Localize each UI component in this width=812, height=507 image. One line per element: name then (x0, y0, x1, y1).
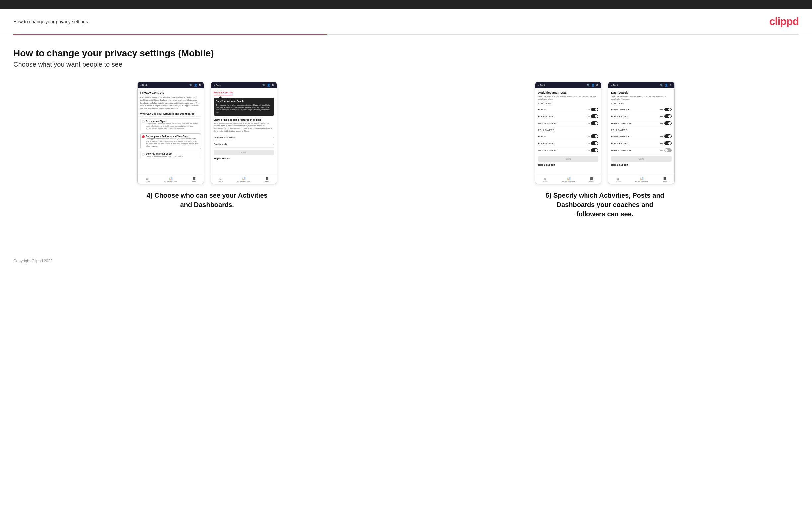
nav-menu-4[interactable]: ☰ Menu (663, 176, 667, 182)
settings-icon-2[interactable]: ⚙ (272, 83, 274, 87)
caption-5: 5) Specify which Activities, Posts and D… (542, 191, 668, 219)
tooltip-title: Only You and Your Coach (215, 100, 272, 103)
toggle-on-label-3: ON (587, 122, 591, 125)
nav-home-4[interactable]: ⌂ Home (616, 176, 621, 182)
screenshots-grid: < Back 🔍 👤 ⚙ Privacy Controls Control ho… (13, 81, 799, 219)
search-icon-3[interactable]: 🔍 (587, 83, 590, 87)
nav-performance-2[interactable]: 📊 My Performance (237, 176, 250, 182)
section-heading-1: Who Can See Your Activities and Dashboar… (141, 112, 201, 117)
toggle-switch-player-dash-coach[interactable] (664, 108, 671, 111)
people-icon-1[interactable]: 👤 (194, 83, 197, 87)
group-4: < Back 🔍 👤 ⚙ Privacy Controls Control ho… (13, 81, 401, 209)
toggle-right-what-to-work-coach: ON (660, 121, 672, 125)
people-icon-4[interactable]: 👤 (665, 83, 668, 87)
nav-performance-3[interactable]: 📊 My Performance (562, 176, 575, 182)
header: How to change your privacy settings clip… (0, 9, 812, 34)
radio-text-approved: Only Approved Followers and Your Coach O… (146, 135, 199, 147)
phone-content-3: Activities and Posts Select the types of… (536, 88, 601, 174)
menu-item-activities[interactable]: Activities and Posts › (213, 134, 274, 141)
main-content: How to change your privacy settings (Mob… (0, 35, 812, 252)
nav-home-1[interactable]: ⌂ Home (145, 176, 150, 182)
activities-title: Activities and Posts (538, 91, 599, 94)
toggle-switch-manual-followers[interactable] (591, 148, 599, 152)
toggle-right-practice-coach: ON (587, 114, 599, 118)
radio-option-coach-only[interactable]: Only You and Your Coach Only you and the… (141, 151, 201, 159)
menu-icon-1: ☰ (193, 176, 196, 180)
back-button-3[interactable]: < Back (538, 84, 545, 86)
radio-circle-coach-only (142, 153, 145, 156)
copyright: Copyright Clippd 2022 (13, 259, 53, 264)
toggle-right-manual-followers: ON (587, 148, 599, 152)
toggle-switch-round-insights-followers[interactable] (664, 142, 671, 145)
phone-nav-2: < Back 🔍 👤 ⚙ (211, 82, 276, 88)
settings-icon-3[interactable]: ⚙ (596, 83, 599, 87)
home-icon-2: ⌂ (219, 176, 221, 180)
settings-icon-1[interactable]: ⚙ (199, 83, 201, 87)
toggle-switch-rounds-coach[interactable] (591, 108, 599, 111)
radio-option-everyone[interactable]: Everyone on Clippd Everyone on Clippd ca… (141, 118, 201, 131)
toggle-switch-rounds-followers[interactable] (591, 134, 599, 138)
help-section-2: Help & Support (213, 157, 274, 160)
save-button-2[interactable]: Save (213, 150, 274, 155)
toggle-switch-manual-coach[interactable] (591, 121, 599, 125)
toggle-switch-player-dash-followers[interactable] (664, 134, 671, 138)
toggle-what-to-work-followers[interactable]: What To Work On ON (611, 147, 671, 154)
toggle-practice-followers[interactable]: Practice Drills ON (538, 140, 599, 147)
save-button-3[interactable]: Save (538, 156, 599, 162)
player-dash-followers-label: Player Dashboard (611, 135, 631, 138)
toggle-on-label-11: ON (660, 143, 664, 145)
radio-circle-approved (142, 135, 145, 138)
toggle-right-rounds-followers: ON (587, 134, 599, 138)
manual-coach-label: Manual Activities (538, 122, 557, 125)
toggle-what-to-work-coach[interactable]: What To Work On ON (611, 120, 671, 127)
radio-desc-approved: Only approved followers and coaches you … (146, 138, 199, 147)
nav-menu-1[interactable]: ☰ Menu (192, 176, 196, 182)
radio-option-approved[interactable]: Only Approved Followers and Your Coach O… (141, 133, 201, 149)
toggle-player-dash-coach[interactable]: Player Dashboard ON (611, 106, 671, 113)
toggle-switch-what-to-work-coach[interactable] (664, 121, 671, 125)
nav-home-2[interactable]: ⌂ Home (218, 176, 223, 182)
search-icon-4[interactable]: 🔍 (660, 83, 663, 87)
toggle-manual-coach[interactable]: Manual Activities ON (538, 120, 599, 127)
nav-icons-1: 🔍 👤 ⚙ (189, 83, 201, 87)
menu-icon-2: ☰ (266, 176, 269, 180)
toggle-rounds-coach[interactable]: Rounds ON (538, 106, 599, 113)
toggle-round-insights-coach[interactable]: Round Insights ON (611, 113, 671, 120)
people-icon-2[interactable]: 👤 (267, 83, 270, 87)
nav-performance-4[interactable]: 📊 My Performance (635, 176, 648, 182)
people-icon-3[interactable]: 👤 (592, 83, 595, 87)
toggle-switch-practice-followers[interactable] (591, 142, 599, 145)
back-button-2[interactable]: < Back (213, 84, 221, 86)
nav-menu-2[interactable]: ☰ Menu (265, 176, 269, 182)
menu-label-2: Menu (265, 180, 269, 182)
menu-item-dashboards[interactable]: Dashboards › (213, 141, 274, 148)
dashboards-title: Dashboards (611, 91, 671, 94)
practice-coach-label: Practice Drills (538, 115, 553, 118)
nav-home-3[interactable]: ⌂ Home (543, 176, 548, 182)
search-icon-2[interactable]: 🔍 (262, 83, 266, 87)
settings-icon-4[interactable]: ⚙ (669, 83, 671, 87)
back-button-1[interactable]: < Back (141, 84, 148, 86)
toggle-switch-round-insights-coach[interactable] (664, 114, 671, 118)
screenshot-pair-4: < Back 🔍 👤 ⚙ Privacy Controls Control ho… (13, 81, 401, 184)
toggle-switch-practice-coach[interactable] (591, 114, 599, 118)
toggle-round-insights-followers[interactable]: Round Insights ON (611, 140, 671, 147)
toggle-manual-followers[interactable]: Manual Activities ON (538, 147, 599, 154)
nav-menu-3[interactable]: ☰ Menu (590, 176, 594, 182)
search-icon-1[interactable]: 🔍 (189, 83, 193, 87)
back-button-4[interactable]: < Back (611, 84, 618, 86)
save-button-4[interactable]: Save (611, 156, 671, 162)
toggle-rounds-followers[interactable]: Rounds ON (538, 133, 599, 140)
rounds-followers-label: Rounds (538, 135, 547, 138)
toggle-practice-coach[interactable]: Practice Drills ON (538, 113, 599, 120)
what-to-work-coach-label: What To Work On (611, 122, 631, 125)
toggle-switch-what-to-work-followers[interactable] (664, 148, 671, 152)
toggle-on-label-8: ON (660, 115, 664, 118)
menu-icon-3: ☰ (590, 176, 593, 180)
nav-icons-2: 🔍 👤 ⚙ (262, 83, 274, 87)
toggle-right-what-to-work-followers: ON (660, 148, 672, 152)
phone-bottom-nav-2: ⌂ Home 📊 My Performance ☰ Menu (211, 174, 276, 184)
followers-heading-4: FOLLOWERS (611, 129, 671, 131)
toggle-player-dash-followers[interactable]: Player Dashboard ON (611, 133, 671, 140)
nav-performance-1[interactable]: 📊 My Performance (164, 176, 177, 182)
